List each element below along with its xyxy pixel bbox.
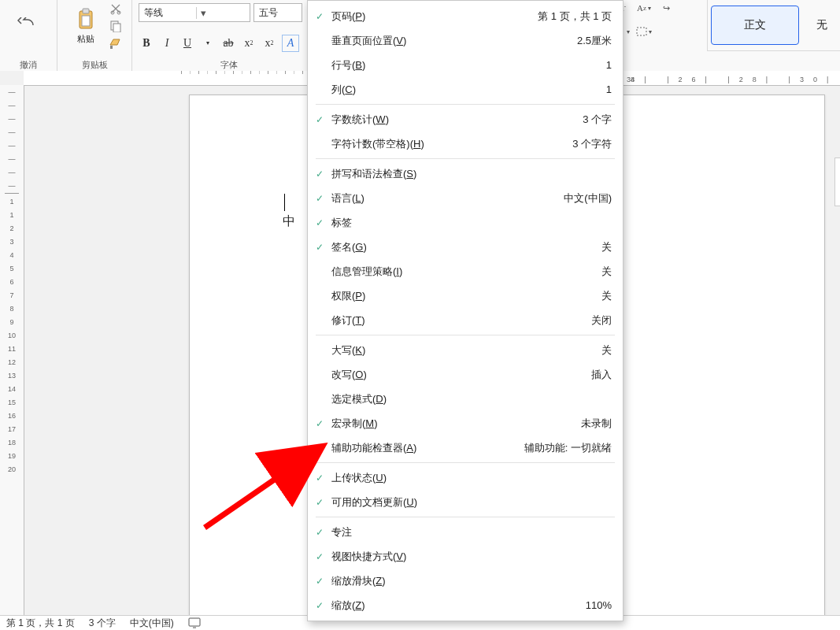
menu-item-label: 可用的文档更新(U)	[331, 495, 417, 510]
menu-item-value: 1	[606, 59, 612, 71]
menu-item[interactable]: 改写(O)插入	[308, 362, 623, 387]
font-name-combo[interactable]: 等线▾	[139, 3, 250, 22]
menu-item[interactable]: 列(C)1	[308, 77, 623, 102]
style-normal[interactable]: 正文	[711, 6, 799, 45]
subscript-button[interactable]: x2	[241, 35, 257, 51]
arrow-icon[interactable]: ↪	[657, 2, 675, 14]
style-normal-label: 正文	[744, 18, 766, 32]
check-icon: ✓	[316, 600, 331, 611]
menu-item-label: 视图快捷方式(V)	[331, 550, 406, 564]
menu-item-label: 权限(P)	[331, 289, 365, 303]
menu-item[interactable]: ✓语言(L)中文(中国)	[308, 186, 623, 210]
check-icon: ✓	[316, 527, 331, 538]
menu-item[interactable]: ✓字数统计(W)3 个字	[308, 107, 623, 132]
menu-item-value: 第 1 页，共 1 页	[538, 9, 612, 24]
menu-separator	[316, 517, 615, 517]
menu-item[interactable]: 垂直页面位置(V)2.5厘米	[308, 28, 623, 53]
status-words[interactable]: 3 个字	[89, 617, 116, 630]
menu-item[interactable]: 信息管理策略(I)关	[308, 259, 623, 284]
font-name-value: 等线	[139, 6, 196, 20]
menu-item-label: 语言(L)	[331, 191, 364, 206]
menu-item[interactable]: ✓拼写和语法检查(S)	[308, 161, 623, 186]
menu-item-label: 辅助功能检查器(A)	[331, 441, 416, 455]
menu-item[interactable]: ✓视图快捷方式(V)	[308, 544, 623, 569]
margin-guide	[834, 158, 840, 206]
menu-item-label: 行号(B)	[331, 58, 365, 72]
menu-item-value: 3 个字	[583, 113, 612, 127]
sort-icon[interactable]: Az	[635, 2, 653, 14]
menu-item-value: 关	[601, 343, 612, 358]
chevron-down-icon: ▾	[196, 7, 209, 19]
check-icon: ✓	[316, 114, 331, 125]
menu-item-label: 缩放滑块(Z)	[331, 574, 386, 588]
menu-item-value: 3 个字符	[572, 137, 612, 151]
italic-button[interactable]: I	[159, 35, 175, 51]
font-size-value: 五号	[254, 6, 311, 20]
check-icon: ✓	[316, 418, 331, 429]
menu-item-label: 垂直页面位置(V)	[331, 34, 406, 48]
menu-item[interactable]: ✓上传状态(U)	[308, 465, 623, 490]
menu-separator	[316, 335, 615, 335]
menu-item-value: 110%	[586, 599, 612, 611]
menu-item[interactable]: 修订(T)关闭	[308, 308, 623, 332]
check-icon: ✓	[316, 193, 331, 204]
bold-button[interactable]: B	[139, 35, 154, 51]
menu-item-label: 选定模式(D)	[331, 392, 387, 406]
menu-item-label: 专注	[331, 525, 352, 539]
menu-item-label: 修订(T)	[331, 313, 365, 328]
status-page[interactable]: 第 1 页，共 1 页	[6, 617, 75, 630]
text-cursor	[284, 194, 285, 211]
format-painter-icon[interactable]	[109, 37, 123, 50]
menu-item[interactable]: 字符计数(带空格)(H)3 个字符	[308, 132, 623, 156]
vertical-ruler[interactable]: ————————11234567891011121314151617181920	[0, 85, 24, 616]
menu-item-label: 列(C)	[331, 83, 356, 97]
menu-item-label: 改写(O)	[331, 368, 367, 382]
cut-icon[interactable]	[109, 2, 123, 15]
menu-item-label: 字符计数(带空格)(H)	[331, 137, 424, 151]
undo-icon	[17, 17, 39, 33]
menu-item[interactable]: ✓缩放滑块(Z)	[308, 569, 623, 593]
font-size-combo[interactable]: 五号▾	[253, 3, 302, 22]
svg-rect-10	[189, 618, 200, 626]
text-effects-button[interactable]: A	[282, 35, 299, 52]
menu-item[interactable]: ✓可用的文档更新(U)	[308, 490, 623, 514]
menu-item[interactable]: ✓专注	[308, 520, 623, 544]
menu-item[interactable]: ✓标签	[308, 210, 623, 235]
menu-item[interactable]: 权限(P)关	[308, 284, 623, 308]
menu-item-label: 标签	[331, 216, 352, 230]
menu-item-value: 未录制	[581, 417, 612, 431]
menu-item-label: 缩放(Z)	[331, 598, 365, 613]
check-icon: ✓	[316, 551, 331, 562]
menu-item[interactable]: ✓页码(P)第 1 页，共 1 页	[308, 4, 623, 28]
status-lang[interactable]: 中文(中国)	[130, 617, 174, 630]
undo-button[interactable]	[9, 2, 48, 49]
menu-item-value: 关	[601, 289, 612, 303]
superscript-button[interactable]: x2	[261, 35, 277, 51]
menu-item[interactable]: ✓宏录制(M)未录制	[308, 411, 623, 435]
menu-item[interactable]: 大写(K)关	[308, 338, 623, 362]
svg-rect-2	[82, 16, 90, 26]
strike-button[interactable]: ab	[220, 35, 236, 51]
menu-item[interactable]: 选定模式(D)	[308, 387, 623, 411]
display-settings-icon[interactable]	[188, 617, 201, 628]
underline-dd[interactable]: ▾	[200, 35, 216, 51]
underline-button[interactable]: U	[179, 35, 195, 51]
check-icon: ✓	[316, 242, 331, 253]
menu-item[interactable]: 行号(B)1	[308, 53, 623, 77]
copy-icon[interactable]	[109, 20, 123, 32]
menu-item-label: 大写(K)	[331, 343, 365, 358]
menu-item-value: 插入	[591, 368, 612, 382]
undo-group: 撤消	[0, 0, 57, 72]
menu-item[interactable]: ✓辅助功能检查器(A)辅助功能: 一切就绪	[308, 435, 623, 460]
style-next[interactable]: 无	[816, 18, 827, 32]
menu-item[interactable]: ✓签名(G)关	[308, 235, 623, 259]
menu-item[interactable]: ✓缩放(Z)110%	[308, 593, 623, 617]
borders-icon[interactable]	[635, 25, 653, 38]
check-icon: ✓	[316, 169, 331, 180]
menu-item-value: 关闭	[591, 313, 612, 328]
menu-item-label: 拼写和语法检查(S)	[331, 167, 416, 181]
paste-label: 粘贴	[77, 33, 94, 45]
menu-item-label: 页码(P)	[331, 9, 365, 24]
menu-item-value: 1	[606, 83, 612, 95]
paste-button[interactable]: 粘贴	[66, 2, 105, 50]
